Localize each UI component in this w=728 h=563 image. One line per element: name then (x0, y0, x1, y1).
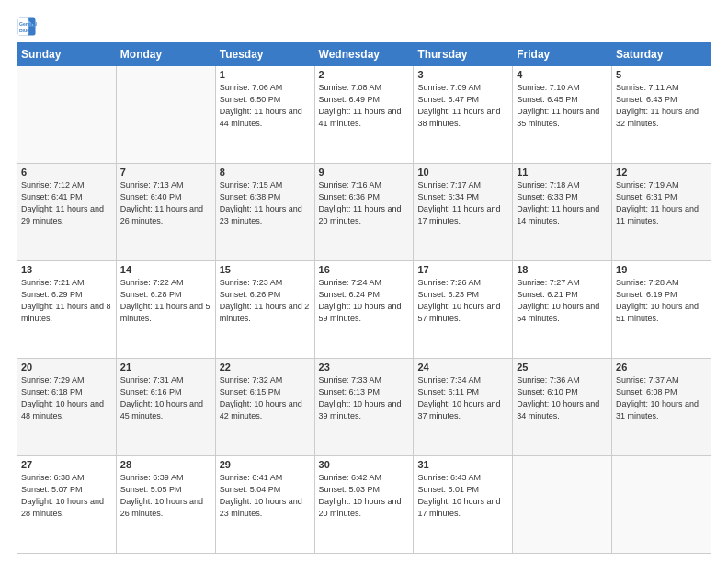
day-info: Sunrise: 6:42 AM Sunset: 5:03 PM Dayligh… (319, 472, 410, 520)
day-number: 8 (220, 167, 311, 178)
calendar-cell: 15Sunrise: 7:23 AM Sunset: 6:26 PM Dayli… (215, 261, 314, 359)
day-info: Sunrise: 7:22 AM Sunset: 6:28 PM Dayligh… (120, 277, 211, 325)
col-header-saturday: Saturday (612, 43, 711, 66)
calendar-cell: 28Sunrise: 6:39 AM Sunset: 5:05 PM Dayli… (116, 456, 215, 554)
calendar-cell (116, 66, 215, 164)
day-number: 3 (417, 69, 508, 80)
calendar-cell: 8Sunrise: 7:15 AM Sunset: 6:38 PM Daylig… (215, 164, 314, 261)
col-header-monday: Monday (116, 43, 215, 66)
calendar-cell (513, 456, 612, 554)
day-number: 1 (220, 69, 311, 80)
calendar-cell (17, 66, 117, 164)
day-number: 25 (517, 362, 608, 373)
day-info: Sunrise: 7:27 AM Sunset: 6:21 PM Dayligh… (517, 277, 608, 325)
day-number: 5 (616, 69, 707, 80)
day-info: Sunrise: 7:10 AM Sunset: 6:45 PM Dayligh… (517, 82, 608, 130)
day-info: Sunrise: 7:19 AM Sunset: 6:31 PM Dayligh… (616, 179, 707, 227)
calendar-cell: 18Sunrise: 7:27 AM Sunset: 6:21 PM Dayli… (513, 261, 612, 359)
svg-text:Blue: Blue (19, 28, 29, 33)
calendar-cell: 3Sunrise: 7:09 AM Sunset: 6:47 PM Daylig… (414, 66, 513, 164)
day-number: 30 (319, 459, 410, 470)
day-number: 17 (417, 264, 508, 275)
day-info: Sunrise: 6:38 AM Sunset: 5:07 PM Dayligh… (21, 472, 112, 520)
calendar-cell: 2Sunrise: 7:08 AM Sunset: 6:49 PM Daylig… (314, 66, 414, 164)
calendar-cell: 31Sunrise: 6:43 AM Sunset: 5:01 PM Dayli… (414, 456, 513, 554)
col-header-sunday: Sunday (17, 43, 117, 66)
day-number: 10 (417, 167, 508, 178)
day-number: 14 (120, 264, 211, 275)
day-info: Sunrise: 7:12 AM Sunset: 6:41 PM Dayligh… (21, 179, 112, 227)
day-number: 28 (120, 459, 211, 470)
day-info: Sunrise: 7:16 AM Sunset: 6:36 PM Dayligh… (319, 179, 410, 227)
calendar-cell: 1Sunrise: 7:06 AM Sunset: 6:50 PM Daylig… (215, 66, 314, 164)
day-number: 20 (21, 362, 112, 373)
calendar-cell: 7Sunrise: 7:13 AM Sunset: 6:40 PM Daylig… (116, 164, 215, 261)
day-info: Sunrise: 7:06 AM Sunset: 6:50 PM Dayligh… (220, 82, 311, 130)
col-header-friday: Friday (513, 43, 612, 66)
calendar-cell: 29Sunrise: 6:41 AM Sunset: 5:04 PM Dayli… (215, 456, 314, 554)
day-info: Sunrise: 7:08 AM Sunset: 6:49 PM Dayligh… (319, 82, 410, 130)
calendar-cell: 27Sunrise: 6:38 AM Sunset: 5:07 PM Dayli… (17, 456, 117, 554)
day-info: Sunrise: 7:31 AM Sunset: 6:16 PM Dayligh… (120, 374, 211, 422)
logo-icon: General Blue (17, 17, 37, 37)
day-number: 12 (616, 167, 707, 178)
day-number: 29 (220, 459, 311, 470)
day-number: 11 (517, 167, 608, 178)
day-number: 19 (616, 264, 707, 275)
calendar-cell: 9Sunrise: 7:16 AM Sunset: 6:36 PM Daylig… (314, 164, 414, 261)
day-info: Sunrise: 7:29 AM Sunset: 6:18 PM Dayligh… (21, 374, 112, 422)
day-info: Sunrise: 7:24 AM Sunset: 6:24 PM Dayligh… (319, 277, 410, 325)
day-info: Sunrise: 7:09 AM Sunset: 6:47 PM Dayligh… (417, 82, 508, 130)
calendar-cell: 20Sunrise: 7:29 AM Sunset: 6:18 PM Dayli… (17, 359, 117, 456)
day-info: Sunrise: 7:23 AM Sunset: 6:26 PM Dayligh… (220, 277, 311, 325)
day-number: 9 (319, 167, 410, 178)
calendar-cell: 11Sunrise: 7:18 AM Sunset: 6:33 PM Dayli… (513, 164, 612, 261)
header: General Blue (17, 17, 711, 37)
svg-text:General: General (19, 21, 37, 27)
calendar-cell: 24Sunrise: 7:34 AM Sunset: 6:11 PM Dayli… (414, 359, 513, 456)
day-info: Sunrise: 7:18 AM Sunset: 6:33 PM Dayligh… (517, 179, 608, 227)
calendar-cell: 26Sunrise: 7:37 AM Sunset: 6:08 PM Dayli… (612, 359, 711, 456)
logo: General Blue (17, 17, 39, 37)
day-number: 22 (220, 362, 311, 373)
day-info: Sunrise: 7:37 AM Sunset: 6:08 PM Dayligh… (616, 374, 707, 422)
day-number: 7 (120, 167, 211, 178)
day-info: Sunrise: 7:17 AM Sunset: 6:34 PM Dayligh… (417, 179, 508, 227)
calendar-cell: 30Sunrise: 6:42 AM Sunset: 5:03 PM Dayli… (314, 456, 414, 554)
day-info: Sunrise: 7:28 AM Sunset: 6:19 PM Dayligh… (616, 277, 707, 325)
day-info: Sunrise: 7:15 AM Sunset: 6:38 PM Dayligh… (220, 179, 311, 227)
day-number: 13 (21, 264, 112, 275)
day-number: 15 (220, 264, 311, 275)
day-info: Sunrise: 6:39 AM Sunset: 5:05 PM Dayligh… (120, 472, 211, 520)
calendar-cell: 5Sunrise: 7:11 AM Sunset: 6:43 PM Daylig… (612, 66, 711, 164)
col-header-wednesday: Wednesday (314, 43, 414, 66)
calendar-cell (612, 456, 711, 554)
day-number: 27 (21, 459, 112, 470)
calendar-cell: 19Sunrise: 7:28 AM Sunset: 6:19 PM Dayli… (612, 261, 711, 359)
day-number: 16 (319, 264, 410, 275)
col-header-tuesday: Tuesday (215, 43, 314, 66)
day-info: Sunrise: 7:33 AM Sunset: 6:13 PM Dayligh… (319, 374, 410, 422)
day-number: 23 (319, 362, 410, 373)
day-number: 18 (517, 264, 608, 275)
day-number: 6 (21, 167, 112, 178)
calendar-cell: 22Sunrise: 7:32 AM Sunset: 6:15 PM Dayli… (215, 359, 314, 456)
day-info: Sunrise: 7:21 AM Sunset: 6:29 PM Dayligh… (21, 277, 112, 325)
calendar-cell: 6Sunrise: 7:12 AM Sunset: 6:41 PM Daylig… (17, 164, 117, 261)
day-number: 4 (517, 69, 608, 80)
calendar-cell: 25Sunrise: 7:36 AM Sunset: 6:10 PM Dayli… (513, 359, 612, 456)
calendar-cell: 10Sunrise: 7:17 AM Sunset: 6:34 PM Dayli… (414, 164, 513, 261)
day-number: 31 (417, 459, 508, 470)
day-info: Sunrise: 7:11 AM Sunset: 6:43 PM Dayligh… (616, 82, 707, 130)
day-number: 24 (417, 362, 508, 373)
day-info: Sunrise: 6:43 AM Sunset: 5:01 PM Dayligh… (417, 472, 508, 520)
day-info: Sunrise: 6:41 AM Sunset: 5:04 PM Dayligh… (220, 472, 311, 520)
day-info: Sunrise: 7:32 AM Sunset: 6:15 PM Dayligh… (220, 374, 311, 422)
calendar-cell: 21Sunrise: 7:31 AM Sunset: 6:16 PM Dayli… (116, 359, 215, 456)
calendar-cell: 16Sunrise: 7:24 AM Sunset: 6:24 PM Dayli… (314, 261, 414, 359)
day-info: Sunrise: 7:34 AM Sunset: 6:11 PM Dayligh… (417, 374, 508, 422)
calendar-cell: 17Sunrise: 7:26 AM Sunset: 6:23 PM Dayli… (414, 261, 513, 359)
calendar-cell: 13Sunrise: 7:21 AM Sunset: 6:29 PM Dayli… (17, 261, 117, 359)
day-number: 21 (120, 362, 211, 373)
calendar-cell: 14Sunrise: 7:22 AM Sunset: 6:28 PM Dayli… (116, 261, 215, 359)
